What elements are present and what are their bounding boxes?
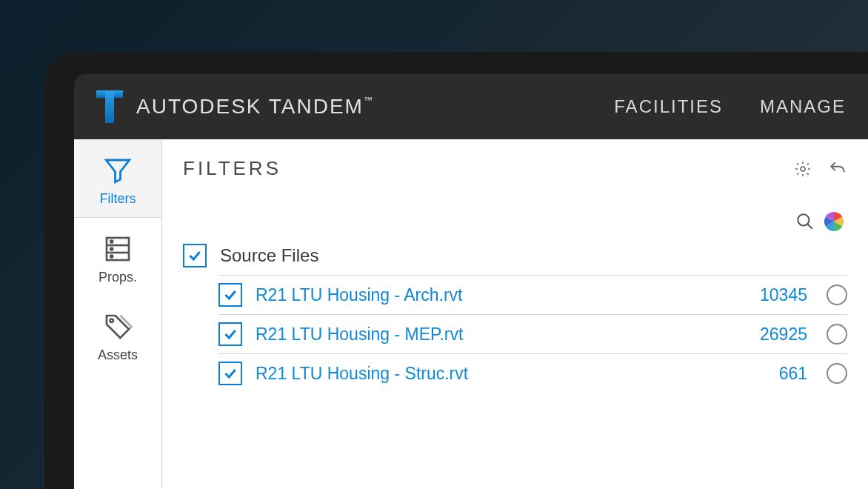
sidebar-item-filters[interactable]: Filters xyxy=(74,139,161,218)
check-icon xyxy=(187,248,202,263)
svg-rect-1 xyxy=(105,90,114,123)
gear-icon[interactable] xyxy=(794,160,812,178)
sidebar-item-label: Assets xyxy=(98,347,138,363)
svg-point-6 xyxy=(110,248,113,250)
file-name-link[interactable]: R21 LTU Housing - Struc.rvt xyxy=(256,364,766,384)
file-name-link[interactable]: R21 LTU Housing - MEP.rvt xyxy=(256,325,747,345)
nav-manage[interactable]: MANAGE xyxy=(760,96,846,117)
search-icon[interactable] xyxy=(795,212,815,231)
panel-actions xyxy=(794,159,847,179)
file-radio[interactable] xyxy=(827,285,847,305)
file-row: R21 LTU Housing - Arch.rvt 10345 xyxy=(218,275,847,314)
panel-tools xyxy=(183,211,847,232)
sidebar-item-label: Props. xyxy=(99,270,137,285)
group-label: Source Files xyxy=(220,245,318,266)
sidebar-item-props[interactable]: Props. xyxy=(74,218,161,296)
filters-panel: FILTERS xyxy=(162,139,868,489)
check-icon xyxy=(223,327,238,342)
sidebar-item-label: Filters xyxy=(100,191,136,207)
svg-point-8 xyxy=(110,319,113,322)
panel-header: FILTERS xyxy=(183,157,847,180)
file-row: R21 LTU Housing - MEP.rvt 26925 xyxy=(218,314,847,353)
top-bar: AUTODESK TANDEM™ FACILITIES MANAGE xyxy=(74,74,868,139)
product-name: AUTODESK TANDEM™ xyxy=(136,95,374,119)
filter-icon xyxy=(102,155,133,186)
file-checkbox[interactable] xyxy=(218,322,242,346)
file-row: R21 LTU Housing - Struc.rvt 661 xyxy=(218,353,847,393)
file-count: 661 xyxy=(779,364,807,384)
file-count: 10345 xyxy=(760,285,807,305)
svg-point-9 xyxy=(801,167,805,171)
top-nav: FACILITIES MANAGE xyxy=(614,96,853,117)
file-checkbox[interactable] xyxy=(218,283,242,307)
svg-point-5 xyxy=(110,241,113,243)
check-icon xyxy=(223,366,238,381)
file-radio[interactable] xyxy=(827,363,847,384)
group-checkbox[interactable] xyxy=(183,244,207,267)
left-sidebar: Filters Props. xyxy=(74,139,162,489)
workspace: Filters Props. xyxy=(74,139,868,489)
svg-line-11 xyxy=(807,224,812,229)
undo-icon[interactable] xyxy=(828,159,847,179)
file-radio[interactable] xyxy=(827,324,847,345)
svg-point-10 xyxy=(798,214,809,225)
tandem-logo-icon xyxy=(96,90,123,123)
props-icon xyxy=(103,234,133,264)
file-name-link[interactable]: R21 LTU Housing - Arch.rvt xyxy=(256,285,747,305)
panel-title: FILTERS xyxy=(183,157,281,180)
check-icon xyxy=(223,287,238,302)
logo-block: AUTODESK TANDEM™ xyxy=(96,90,374,123)
app-window: AUTODESK TANDEM™ FACILITIES MANAGE Filte… xyxy=(74,74,868,489)
tag-icon xyxy=(103,312,133,342)
nav-facilities[interactable]: FACILITIES xyxy=(614,96,723,117)
color-wheel-icon[interactable] xyxy=(824,211,844,232)
file-count: 26925 xyxy=(760,325,807,345)
sidebar-item-assets[interactable]: Assets xyxy=(74,296,161,373)
svg-point-7 xyxy=(110,256,113,258)
group-header: Source Files xyxy=(183,239,847,275)
filter-group-source-files: Source Files R21 LTU Housing - Arch.rvt … xyxy=(183,239,847,393)
file-checkbox[interactable] xyxy=(218,362,242,385)
